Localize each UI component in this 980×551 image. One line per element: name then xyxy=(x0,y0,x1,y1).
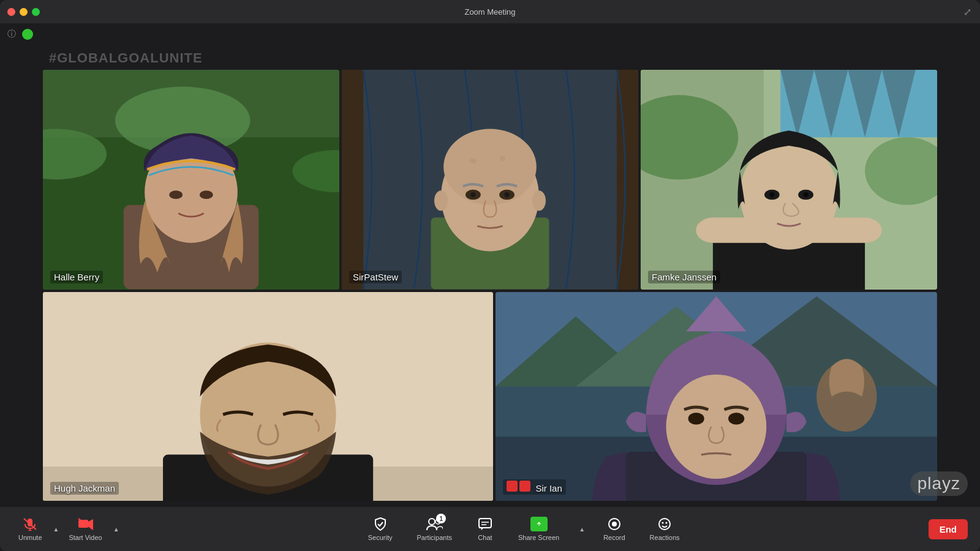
chat-button[interactable]: Chat xyxy=(470,513,500,545)
traffic-lights xyxy=(7,8,40,16)
video-cell-hugh: Hugh Jackman xyxy=(43,292,493,501)
window-title: Zoom Meeting xyxy=(464,7,515,17)
name-halle: Halle Berry xyxy=(50,271,103,283)
security-label: Security xyxy=(368,534,393,541)
name-sirpat: SirPatStew xyxy=(349,271,402,283)
recording-indicator xyxy=(22,29,33,40)
svg-rect-59 xyxy=(78,520,88,528)
participants-icon: 1 xyxy=(426,517,443,531)
mute-icons xyxy=(507,481,530,492)
minimize-button[interactable] xyxy=(20,8,28,16)
bottom-video-row: Hugh Jackman xyxy=(43,292,937,501)
reactions-button[interactable]: Reactions xyxy=(644,513,686,545)
unmute-label: Unmute xyxy=(18,534,42,541)
svg-point-71 xyxy=(662,522,664,524)
video-cell-famke: Famke Janssen xyxy=(641,70,937,290)
svg-point-61 xyxy=(429,519,435,525)
end-button[interactable]: End xyxy=(929,519,968,539)
svg-point-22 xyxy=(532,190,546,211)
svg-point-16 xyxy=(500,156,505,161)
video-off-icon xyxy=(77,517,94,531)
video-cell-sirlan: Sir Ian xyxy=(496,292,937,501)
start-video-button[interactable]: Start Video xyxy=(62,513,108,545)
zoom-window: Zoom Meeting ⤢ ⓘ #GLOBALGOALUNITE xyxy=(0,0,980,551)
svg-point-70 xyxy=(659,519,670,530)
left-controls: Unmute ▲ Start Video ▲ xyxy=(12,513,119,545)
unmute-chevron[interactable]: ▲ xyxy=(53,526,59,533)
name-hugh: Hugh Jackman xyxy=(50,482,119,495)
maximize-button[interactable] xyxy=(32,8,40,16)
video-chevron[interactable]: ▲ xyxy=(113,526,119,533)
share-screen-chevron[interactable]: ▲ xyxy=(579,526,585,533)
svg-point-53 xyxy=(728,412,744,424)
muted-icon xyxy=(507,481,518,492)
record-icon xyxy=(606,517,623,531)
svg-point-21 xyxy=(434,190,448,211)
video-cell-halle: Halle Berry xyxy=(43,70,339,290)
reactions-icon xyxy=(656,517,673,531)
security-icon xyxy=(372,517,389,531)
sub-toolbar: ⓘ xyxy=(0,23,980,45)
unmute-button[interactable]: Unmute xyxy=(12,513,48,545)
chat-icon xyxy=(477,517,494,531)
hashtag-banner: #GLOBALGOALUNITE xyxy=(0,45,980,70)
participants-button[interactable]: 1 Participants xyxy=(410,513,458,545)
svg-rect-66 xyxy=(534,521,542,527)
svg-point-52 xyxy=(688,412,704,424)
record-label: Record xyxy=(603,534,625,541)
top-video-row: Halle Berry xyxy=(43,70,937,290)
svg-point-7 xyxy=(169,190,183,199)
svg-point-69 xyxy=(612,522,617,527)
info-icon[interactable]: ⓘ xyxy=(7,29,16,40)
microphone-muted-icon xyxy=(21,517,39,531)
titlebar: Zoom Meeting ⤢ xyxy=(0,0,980,23)
reactions-label: Reactions xyxy=(650,534,680,541)
svg-point-51 xyxy=(666,374,767,478)
video-off-icon xyxy=(519,481,530,492)
participant-count: 1 xyxy=(436,514,446,523)
security-button[interactable]: Security xyxy=(362,513,399,545)
name-famke: Famke Janssen xyxy=(648,271,720,283)
share-screen-button[interactable]: Share Screen xyxy=(512,513,565,545)
svg-point-34 xyxy=(803,192,808,197)
svg-point-20 xyxy=(504,192,509,197)
svg-point-72 xyxy=(666,522,668,524)
playz-watermark: playz xyxy=(910,471,968,496)
svg-point-8 xyxy=(200,190,213,199)
svg-point-19 xyxy=(470,192,475,197)
share-screen-icon xyxy=(530,517,548,531)
participants-label: Participants xyxy=(417,534,451,541)
right-controls: End xyxy=(929,519,968,539)
svg-point-15 xyxy=(470,159,477,163)
record-button[interactable]: Record xyxy=(597,513,631,545)
share-screen-label: Share Screen xyxy=(518,534,559,541)
name-sirlan: Sir Ian xyxy=(503,479,566,495)
video-cell-sirpat: SirPatStew xyxy=(342,70,638,290)
svg-rect-63 xyxy=(479,519,491,528)
start-video-label: Start Video xyxy=(69,534,102,541)
video-grid: Halle Berry xyxy=(0,70,980,507)
svg-point-33 xyxy=(769,192,774,197)
close-button[interactable] xyxy=(7,8,15,16)
center-controls: Security 1 Participants xyxy=(362,513,686,545)
svg-point-14 xyxy=(443,129,537,205)
bottom-toolbar: Unmute ▲ Start Video ▲ xyxy=(0,507,980,551)
fullscreen-icon[interactable]: ⤢ xyxy=(963,6,971,18)
chat-label: Chat xyxy=(478,534,492,541)
